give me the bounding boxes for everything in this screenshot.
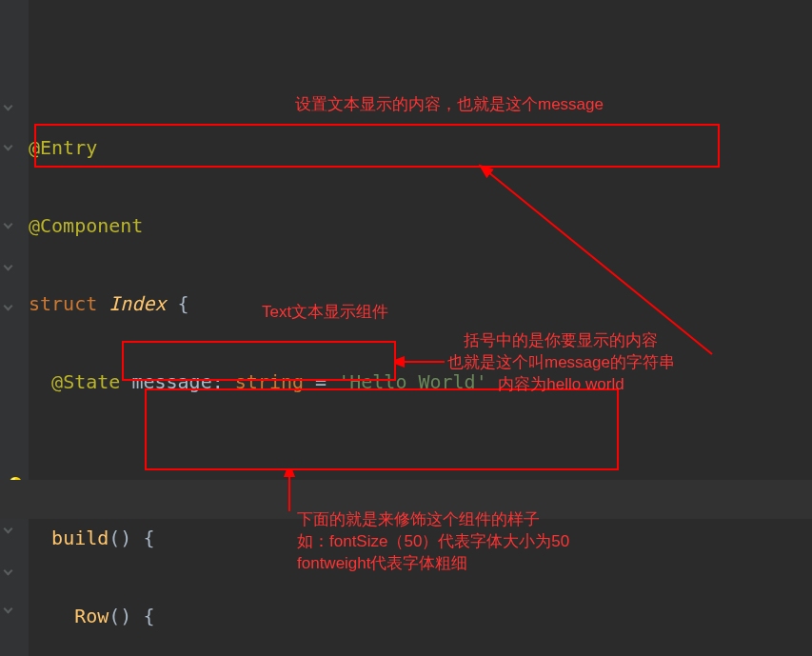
annotation-box-text [122,341,396,381]
fold-icon[interactable] [4,142,13,151]
struct-name: Index [109,292,166,315]
decorator-component: @Component [29,214,143,237]
annotation-box-modifiers [145,388,619,470]
fn-row: Row [74,605,109,627]
decorator-state: @State [51,370,120,393]
fold-icon[interactable] [4,302,13,311]
fold-icon[interactable] [4,567,13,576]
annotation-text-1: 设置文本显示的内容，也就是这个message [295,93,604,115]
annotation-box-state [34,124,720,168]
annotation-text-2: Text文本显示组件 [262,301,388,323]
annotation-text-3: 括号中的是你要显示的内容 也就是这个叫message的字符串 内容为hello … [447,329,675,395]
keyword-struct: struct [29,292,97,315]
fold-icon[interactable] [4,605,13,614]
fn-build: build [51,527,109,549]
brace: { [178,292,189,315]
annotation-text-4: 下面的就是来修饰这个组件的样子 如：fontSize（50）代表字体大小为50 … [297,508,569,574]
fold-icon[interactable] [4,525,13,534]
fold-icon[interactable] [4,220,13,229]
fold-icon[interactable] [4,262,13,271]
editor-gutter: 💡 [0,0,29,656]
fold-icon[interactable] [4,102,13,111]
